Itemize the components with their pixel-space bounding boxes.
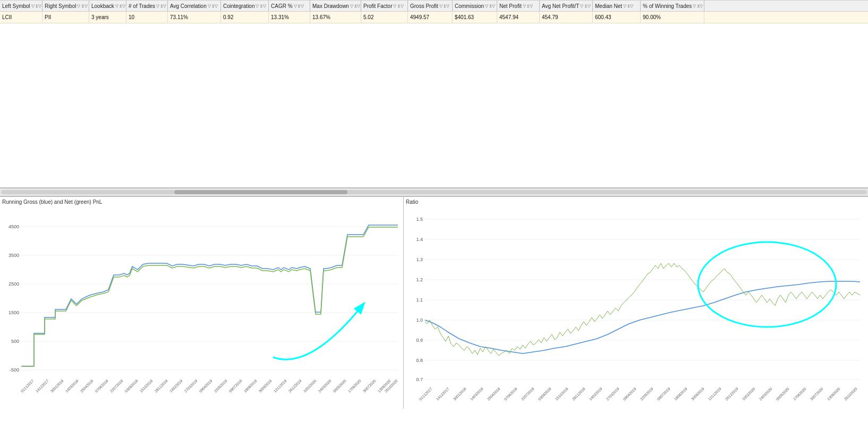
col-header-num_trades[interactable]: # of Trades ▽ Σ▽ (126, 1, 168, 11)
sort-icon: ▽ Σ▽ (350, 4, 360, 8)
col-cell-right_symbol: PII (42, 12, 89, 23)
svg-text:24032020: 24032020 (759, 387, 773, 401)
sort-icon: ▽ Σ▽ (31, 4, 41, 8)
sort-icon: ▽ Σ▽ (439, 4, 449, 8)
col-cell-profit_factor: 5.02 (361, 12, 408, 23)
col-header-cagr[interactable]: CAGR % ▽ Σ▽ (269, 1, 310, 11)
svg-text:14022019: 14022019 (169, 379, 183, 393)
sort-icon: ▽ Σ▽ (156, 4, 166, 8)
svg-text:01112017: 01112017 (20, 379, 35, 393)
col-header-avg_correlation[interactable]: Avg Correlation ▽ Σ▽ (168, 1, 221, 11)
svg-text:500: 500 (11, 339, 19, 344)
col-header-max_drawdown[interactable]: Max Drawdown ▽ Σ▽ (310, 1, 361, 11)
svg-text:14032018: 14032018 (470, 387, 484, 401)
svg-text:30072020: 30072020 (362, 379, 377, 393)
svg-text:17062020: 17062020 (347, 379, 362, 393)
svg-text:13092020: 13092020 (827, 387, 841, 401)
svg-text:07062018: 07062018 (504, 387, 518, 401)
col-header-profit_factor[interactable]: Profit Factor ▽ Σ▽ (361, 1, 408, 11)
svg-text:22052019: 22052019 (640, 387, 654, 401)
col-header-right_symbol[interactable]: Right Symbol ▽ Σ▽ (42, 1, 89, 11)
svg-text:09042019: 09042019 (623, 387, 637, 401)
col-header-lookback[interactable]: Lookback ▽ Σ▽ (89, 1, 126, 11)
right-chart-title: Ratio (406, 199, 866, 205)
horizontal-scrollbar[interactable] (0, 188, 868, 196)
svg-text:03092018: 03092018 (124, 379, 139, 393)
svg-text:25042018: 25042018 (487, 387, 501, 401)
svg-text:09072019: 09072019 (657, 387, 671, 401)
svg-text:1.3: 1.3 (416, 257, 423, 262)
col-cell-gross_profit: 4949.57 (408, 12, 453, 23)
svg-text:15102018: 15102018 (139, 379, 154, 393)
svg-text:05052020: 05052020 (776, 387, 790, 401)
col-cell-max_drawdown: 13.67% (310, 12, 361, 23)
col-header-pct_winning[interactable]: % of Winning Trades ▽ Σ▽ (641, 1, 704, 11)
svg-text:28112018: 28112018 (154, 379, 168, 393)
svg-text:27032019: 27032019 (184, 379, 198, 393)
svg-text:18082019: 18082019 (243, 379, 258, 393)
col-header-left_symbol[interactable]: Left Symbol ▽ Σ▽ (0, 1, 42, 11)
svg-text:22052019: 22052019 (214, 379, 228, 393)
svg-point-56 (698, 242, 836, 327)
svg-text:30092019: 30092019 (691, 387, 705, 401)
svg-text:1.4: 1.4 (416, 237, 423, 242)
svg-text:26122019: 26122019 (288, 379, 302, 393)
col-header-gross_profit[interactable]: Gross Profit ▽ Σ▽ (408, 1, 453, 11)
sort-icon: ▽ Σ▽ (623, 4, 633, 8)
svg-text:24032020: 24032020 (318, 379, 332, 393)
svg-text:30072020: 30072020 (810, 387, 824, 401)
svg-text:26122019: 26122019 (725, 387, 739, 401)
charts-area: Running Gross (blue) and Net (green) PnL… (0, 196, 868, 409)
sort-icon: ▽ Σ▽ (115, 4, 125, 8)
svg-text:22072018: 22072018 (521, 387, 535, 401)
col-cell-cointegration: 0.92 (221, 12, 269, 23)
col-cell-avg_correlation: 73.11% (168, 12, 221, 23)
svg-text:30092019: 30092019 (258, 379, 273, 393)
col-header-median_net[interactable]: Median Net ▽ Σ▽ (593, 1, 641, 11)
col-header-net_profit[interactable]: Net Profit ▽ Σ▽ (497, 1, 540, 11)
col-cell-median_net: 600.43 (593, 12, 641, 23)
svg-text:30012018: 30012018 (453, 387, 467, 401)
table-header: Left Symbol ▽ Σ▽Right Symbol ▽ Σ▽Lookbac… (0, 0, 868, 12)
right-chart: Ratio 1.5 1.4 1.3 1.2 1.1 1.0 0.9 0.8 0.… (404, 197, 868, 409)
sort-icon: ▽ Σ▽ (580, 4, 590, 8)
empty-area (0, 23, 868, 188)
col-cell-commission: $401.63 (453, 12, 497, 23)
col-cell-net_profit: 4547.94 (497, 12, 540, 23)
svg-text:17062020: 17062020 (793, 387, 807, 401)
svg-text:25042018: 25042018 (80, 379, 94, 393)
svg-text:1.5: 1.5 (416, 217, 423, 222)
col-cell-avg_net_profit_t: 454.79 (540, 12, 593, 23)
sort-icon: ▽ Σ▽ (256, 4, 266, 8)
svg-text:10022020: 10022020 (742, 387, 756, 401)
svg-text:03092018: 03092018 (538, 387, 552, 401)
table-data-row: LCIIPII3 years1073.11%0.9213.31%13.67%5.… (0, 12, 868, 23)
svg-text:07062018: 07062018 (95, 379, 109, 393)
svg-text:18082019: 18082019 (674, 387, 688, 401)
svg-text:10022020: 10022020 (303, 379, 317, 393)
sort-icon: ▽ Σ▽ (693, 4, 703, 8)
svg-text:4500: 4500 (8, 224, 19, 229)
svg-text:27032019: 27032019 (606, 387, 620, 401)
svg-text:12112019: 12112019 (273, 379, 287, 393)
right-chart-svg: 1.5 1.4 1.3 1.2 1.1 1.0 0.9 0.8 0.7 (406, 206, 863, 402)
svg-text:12112019: 12112019 (708, 387, 722, 401)
col-cell-lookback: 3 years (89, 12, 126, 23)
col-header-commission[interactable]: Commission ▽ Σ▽ (453, 1, 497, 11)
svg-text:09072019: 09072019 (228, 379, 243, 393)
svg-text:0.9: 0.9 (416, 338, 423, 343)
sort-icon: ▽ Σ▽ (294, 4, 304, 8)
col-header-cointegration[interactable]: Cointegration ▽ Σ▽ (221, 1, 269, 11)
svg-text:05052020: 05052020 (333, 379, 347, 393)
svg-text:01112017: 01112017 (419, 387, 433, 401)
svg-text:14032018: 14032018 (65, 379, 79, 393)
svg-text:3500: 3500 (8, 253, 19, 258)
svg-text:-500: -500 (10, 367, 19, 373)
col-header-avg_net_profit_t[interactable]: Avg Net Profit/T ▽ Σ▽ (540, 1, 593, 11)
col-cell-cagr: 13.31% (269, 12, 310, 23)
col-cell-left_symbol: LCII (0, 12, 42, 23)
svg-text:1.0: 1.0 (416, 317, 423, 323)
left-chart-svg: 4500 3500 2500 1500 500 -500 0 (2, 206, 399, 402)
svg-text:26102020: 26102020 (844, 387, 858, 401)
svg-text:0.8: 0.8 (416, 358, 423, 363)
